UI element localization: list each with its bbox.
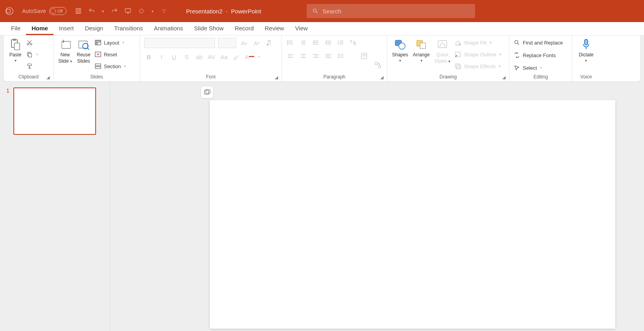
- text-shadow-icon[interactable]: ab: [194, 52, 204, 61]
- tab-transitions[interactable]: Transitions: [109, 22, 148, 35]
- align-left-icon[interactable]: [286, 51, 295, 61]
- replace-fonts-icon: [513, 52, 520, 59]
- dialog-launcher-icon[interactable]: ◢: [274, 74, 279, 80]
- group-clipboard: Paste ▾ ▾ Clipboard ◢: [4, 35, 54, 82]
- sparkle-icon[interactable]: [137, 7, 145, 15]
- tab-record[interactable]: Record: [229, 22, 259, 35]
- decrease-font-icon[interactable]: A▾: [252, 38, 261, 48]
- svg-rect-36: [455, 64, 459, 68]
- redo-icon[interactable]: [111, 7, 118, 15]
- svg-rect-22: [95, 67, 101, 69]
- svg-rect-12: [28, 53, 31, 57]
- reset-button[interactable]: Reset: [94, 50, 126, 59]
- scissors-icon: [26, 39, 33, 46]
- tab-animations[interactable]: Animations: [148, 22, 189, 35]
- italic-icon[interactable]: I: [157, 52, 166, 61]
- designer-icon: [204, 89, 211, 96]
- dialog-launcher-icon[interactable]: ◢: [501, 74, 507, 80]
- justify-icon[interactable]: [324, 51, 333, 61]
- chevron-down-icon: ▾: [540, 66, 542, 70]
- font-name-input[interactable]: [144, 38, 215, 48]
- tab-home[interactable]: Home: [26, 22, 54, 35]
- slide-thumbnail-1[interactable]: [13, 87, 96, 135]
- strikethrough-icon[interactable]: S: [182, 52, 191, 61]
- replace-fonts-button[interactable]: Replace Fonts: [513, 50, 563, 60]
- paste-button[interactable]: Paste ▾: [8, 38, 23, 71]
- bold-icon[interactable]: B: [144, 52, 154, 61]
- app-name: PowerPoint: [231, 8, 261, 15]
- select-label: Select: [523, 65, 537, 71]
- svg-rect-7: [13, 39, 16, 41]
- character-spacing-icon[interactable]: AV: [207, 52, 217, 61]
- copy-button[interactable]: ▾: [26, 50, 38, 59]
- columns-icon[interactable]: [336, 51, 346, 61]
- text-direction-icon[interactable]: [349, 38, 358, 47]
- find-replace-button[interactable]: Find and Replace: [513, 38, 563, 47]
- align-right-icon[interactable]: [311, 51, 320, 61]
- tab-file[interactable]: File: [6, 22, 26, 35]
- search-input[interactable]: [322, 8, 470, 15]
- arrange-button[interactable]: Arrange ▾: [412, 38, 431, 71]
- autosave-control[interactable]: AutoSave Off: [22, 7, 67, 15]
- dictate-button[interactable]: Dictate ▾: [578, 38, 594, 63]
- underline-icon[interactable]: U: [169, 52, 179, 61]
- chevron-down-icon[interactable]: ▾: [101, 7, 105, 15]
- ribbon-tabs: File Home Insert Design Transitions Anim…: [0, 22, 644, 35]
- clear-formatting-icon[interactable]: [265, 38, 274, 48]
- autosave-toggle[interactable]: Off: [49, 7, 67, 15]
- numbering-icon[interactable]: [298, 38, 308, 47]
- undo-icon[interactable]: [88, 7, 96, 15]
- designer-button[interactable]: [201, 86, 213, 99]
- autosave-state: Off: [57, 9, 63, 13]
- increase-font-icon[interactable]: A▴: [239, 38, 249, 48]
- line-spacing-icon[interactable]: [336, 38, 346, 47]
- tab-design[interactable]: Design: [79, 22, 109, 35]
- save-icon[interactable]: [74, 7, 82, 15]
- svg-rect-32: [420, 43, 426, 48]
- svg-point-23: [287, 41, 288, 41]
- svg-rect-28: [378, 65, 381, 68]
- bullets-icon[interactable]: [286, 38, 295, 47]
- new-slide-button[interactable]: New Slide ▾: [57, 38, 73, 71]
- search-box[interactable]: [307, 4, 475, 18]
- shape-fill-button[interactable]: Shape Fill▾: [454, 38, 501, 47]
- reuse-slides-button[interactable]: Reuse Slides: [76, 38, 91, 71]
- decrease-indent-icon[interactable]: [311, 38, 320, 47]
- qat-overflow-icon[interactable]: ▽: [160, 7, 168, 15]
- quick-styles-button[interactable]: Quick Styles ▾: [433, 38, 451, 71]
- shape-effects-button[interactable]: Shape Effects▾: [454, 61, 501, 71]
- present-from-beginning-icon[interactable]: [124, 7, 132, 15]
- reset-label: Reset: [104, 52, 117, 58]
- slide-thumbnails-panel[interactable]: 1: [0, 82, 110, 331]
- quick-styles-icon: [436, 38, 449, 51]
- paste-label: Paste: [9, 52, 22, 58]
- tab-insert[interactable]: Insert: [54, 22, 80, 35]
- font-size-input[interactable]: [218, 38, 236, 48]
- format-painter-button[interactable]: [26, 61, 38, 71]
- group-font: A▴ A▾ B I U S ab AV Aa A ▾ Font ◢: [140, 35, 282, 82]
- increase-indent-icon[interactable]: [324, 38, 333, 47]
- highlight-color-icon[interactable]: [232, 52, 242, 61]
- section-button[interactable]: Section ▾: [94, 61, 126, 71]
- svg-point-5: [313, 9, 316, 12]
- cut-button[interactable]: [26, 38, 38, 47]
- select-button[interactable]: Select▾: [513, 63, 563, 73]
- search-icon: [312, 8, 318, 14]
- shapes-button[interactable]: Shapes ▾: [391, 38, 409, 71]
- shape-outline-button[interactable]: Shape Outline▾: [454, 50, 501, 59]
- align-center-icon[interactable]: [298, 51, 308, 61]
- slide-canvas[interactable]: [210, 100, 615, 329]
- dialog-launcher-icon[interactable]: ◢: [45, 74, 51, 80]
- change-case-icon[interactable]: Aa: [220, 52, 229, 61]
- chevron-down-icon[interactable]: ▾: [151, 7, 155, 15]
- tab-view[interactable]: View: [290, 22, 313, 35]
- align-text-icon[interactable]: [360, 51, 369, 61]
- dialog-launcher-icon[interactable]: ◢: [379, 74, 385, 80]
- layout-button[interactable]: Layout ▾: [94, 38, 126, 47]
- tab-slideshow[interactable]: Slide Show: [189, 22, 229, 35]
- tab-review[interactable]: Review: [259, 22, 290, 35]
- smartart-convert-icon[interactable]: [374, 60, 383, 70]
- font-color-icon[interactable]: A: [245, 52, 254, 61]
- section-icon: [94, 63, 102, 70]
- chevron-down-icon[interactable]: ▾: [258, 55, 260, 59]
